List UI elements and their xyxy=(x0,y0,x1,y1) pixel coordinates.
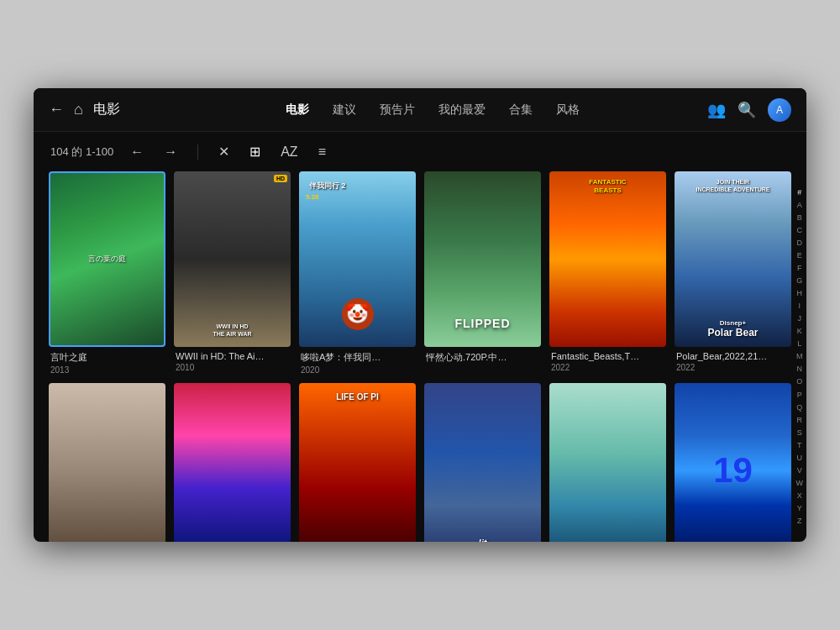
alpha-f[interactable]: F xyxy=(797,265,802,272)
movie-name-6: Polar_Bear,2022,21… xyxy=(676,351,790,361)
nav-item-favorites[interactable]: 我的最爱 xyxy=(438,102,486,118)
poster-text-3: 伴我同行 2 xyxy=(306,180,349,193)
movie-info-5: Fantastic_Beasts,T… 2022 xyxy=(549,351,666,372)
movie-info-1: 言叶之庭 2013 xyxy=(49,351,165,375)
alpha-c[interactable]: C xyxy=(797,227,803,234)
alpha-m[interactable]: M xyxy=(796,353,803,360)
alpha-d[interactable]: D xyxy=(797,239,803,247)
movie-name-1: 言叶之庭 xyxy=(50,351,164,364)
poster-text-6: JOIN THEIRINCREDIBLE ADVENTURE xyxy=(692,176,773,195)
alpha-n[interactable]: N xyxy=(797,365,803,373)
movie-year-6: 2022 xyxy=(676,363,790,372)
alpha-e[interactable]: E xyxy=(797,252,802,260)
movie-year-5: 2022 xyxy=(551,363,664,372)
movie-name-3: 哆啦A梦：伴我同… xyxy=(301,351,414,364)
alpha-j[interactable]: J xyxy=(798,315,802,323)
alpha-x[interactable]: X xyxy=(797,492,802,500)
nav-item-movies[interactable]: 电影 xyxy=(286,102,309,118)
az-sort-button[interactable]: AZ xyxy=(277,143,301,161)
movie-card-4[interactable]: FLIPPED 怦然心动.720P.中… xyxy=(424,171,541,375)
alpha-y[interactable]: Y xyxy=(797,505,802,512)
alpha-z[interactable]: Z xyxy=(797,517,802,525)
movie-poster-12: 19 xyxy=(675,383,791,543)
toolbar: 104 的 1-100 ← → ✕ ⊞ AZ ≡ xyxy=(34,132,806,171)
back-icon[interactable]: ← xyxy=(49,101,64,118)
movie-card-5[interactable]: FANTASTICBEASTS Fantastic_Beasts,T… 2022 xyxy=(549,171,666,375)
movie-card-6[interactable]: JOIN THEIRINCREDIBLE ADVENTURE Disnep+Po… xyxy=(675,171,791,375)
movie-poster-9: LIFE OF PI xyxy=(299,383,416,543)
movie-card-8[interactable] xyxy=(174,383,291,543)
nav-title: 电影 xyxy=(93,101,120,118)
movie-info-6: Polar_Bear,2022,21… 2022 xyxy=(675,351,791,372)
nav-left: ← ⌂ 电影 xyxy=(49,101,158,118)
alpha-p[interactable]: P xyxy=(797,391,802,399)
alpha-w[interactable]: W xyxy=(796,480,804,487)
movie-name-4: 怦然心动.720P.中… xyxy=(426,351,539,364)
people-icon[interactable]: 👥 xyxy=(707,101,726,119)
movie-poster-2: HD WWII IN HDTHE AIR WAR xyxy=(174,171,291,347)
poster-text-9: LIFE OF PI xyxy=(333,390,382,404)
alphabet-sidebar: # A B C D E F G H I J K L M N O P Q R S … xyxy=(796,189,804,525)
movie-name-2: WWII in HD: The Ai… xyxy=(176,351,289,361)
movie-card-3[interactable]: 伴我同行 2 5.28 🤡 哆啦A梦：伴我同… 2020 xyxy=(299,171,416,375)
alpha-a[interactable]: A xyxy=(797,202,802,209)
grid-view-button[interactable]: ⊞ xyxy=(246,142,264,161)
poster-text-12: 19 xyxy=(713,453,753,488)
alpha-u[interactable]: U xyxy=(797,454,803,462)
alpha-l[interactable]: L xyxy=(797,340,801,348)
nav-center: 电影 建议 预告片 我的最爱 合集 风格 xyxy=(166,102,699,118)
tv-screen: ← ⌂ 电影 电影 建议 预告片 我的最爱 合集 风格 👥 🔍 A 104 的 … xyxy=(34,88,806,542)
search-icon[interactable]: 🔍 xyxy=(738,101,756,119)
movie-poster-7 xyxy=(49,383,165,543)
alpha-o[interactable]: O xyxy=(796,378,802,386)
movie-year-1: 2013 xyxy=(50,365,164,375)
poster-text-5: FANTASTICBEASTS xyxy=(585,176,629,197)
next-page-button[interactable]: → xyxy=(160,143,181,161)
alpha-i[interactable]: I xyxy=(798,302,801,310)
toolbar-separator-1 xyxy=(197,144,198,160)
nav-item-trailers[interactable]: 预告片 xyxy=(380,102,415,118)
alpha-r[interactable]: R xyxy=(797,417,803,424)
movie-poster-4: FLIPPED xyxy=(424,171,541,347)
alpha-h[interactable]: H xyxy=(797,290,803,297)
movie-name-5: Fantastic_Beasts,T… xyxy=(551,351,664,361)
nav-item-suggest[interactable]: 建议 xyxy=(333,102,356,118)
movie-card-7[interactable] xyxy=(49,383,165,543)
movie-grid: 言の葉の庭 言叶之庭 2013 HD WWII IN HDTHE AIR WAR… xyxy=(34,171,806,542)
filter-button[interactable]: ≡ xyxy=(315,143,329,161)
movie-poster-3: 伴我同行 2 5.28 🤡 xyxy=(299,171,416,347)
movie-card-10[interactable]: lit xyxy=(424,383,541,543)
movie-poster-6: JOIN THEIRINCREDIBLE ADVENTURE Disnep+Po… xyxy=(675,171,791,347)
movie-card-12[interactable]: 19 xyxy=(675,383,791,543)
home-icon[interactable]: ⌂ xyxy=(74,101,83,118)
nav-item-collection[interactable]: 合集 xyxy=(509,102,533,118)
pagination-info: 104 的 1-100 xyxy=(50,144,113,160)
alpha-b[interactable]: B xyxy=(797,214,802,222)
movie-card-1[interactable]: 言の葉の庭 言叶之庭 2013 xyxy=(49,171,165,375)
alpha-hash[interactable]: # xyxy=(797,189,801,197)
movie-poster-1: 言の葉の庭 xyxy=(49,171,165,347)
movie-card-2[interactable]: HD WWII IN HDTHE AIR WAR WWII in HD: The… xyxy=(174,171,291,375)
movie-card-9[interactable]: LIFE OF PI xyxy=(299,383,416,543)
alpha-k[interactable]: K xyxy=(797,328,802,335)
movie-poster-8 xyxy=(174,383,291,543)
prev-page-button[interactable]: ← xyxy=(127,143,147,161)
sort-button[interactable]: ✕ xyxy=(215,142,233,161)
movie-year-3: 2020 xyxy=(301,365,414,375)
nav-right: 👥 🔍 A xyxy=(707,98,791,122)
movie-year-2: 2010 xyxy=(176,363,289,372)
movie-card-11[interactable] xyxy=(549,383,666,543)
alpha-t[interactable]: T xyxy=(797,442,802,449)
alpha-g[interactable]: G xyxy=(796,277,802,285)
alpha-s[interactable]: S xyxy=(797,429,802,437)
poster-text-10: lit xyxy=(479,538,487,542)
poster-text-1: 言の葉の庭 xyxy=(85,250,129,268)
nav-item-genre[interactable]: 风格 xyxy=(556,102,580,118)
movie-info-2: WWII in HD: The Ai… 2010 xyxy=(174,351,291,372)
alpha-v[interactable]: V xyxy=(797,467,802,475)
movie-poster-10: lit xyxy=(424,383,541,543)
nav-bar: ← ⌂ 电影 电影 建议 预告片 我的最爱 合集 风格 👥 🔍 A xyxy=(34,88,806,132)
avatar[interactable]: A xyxy=(768,98,791,122)
movie-info-3: 哆啦A梦：伴我同… 2020 xyxy=(299,351,416,375)
alpha-q[interactable]: Q xyxy=(796,404,802,412)
